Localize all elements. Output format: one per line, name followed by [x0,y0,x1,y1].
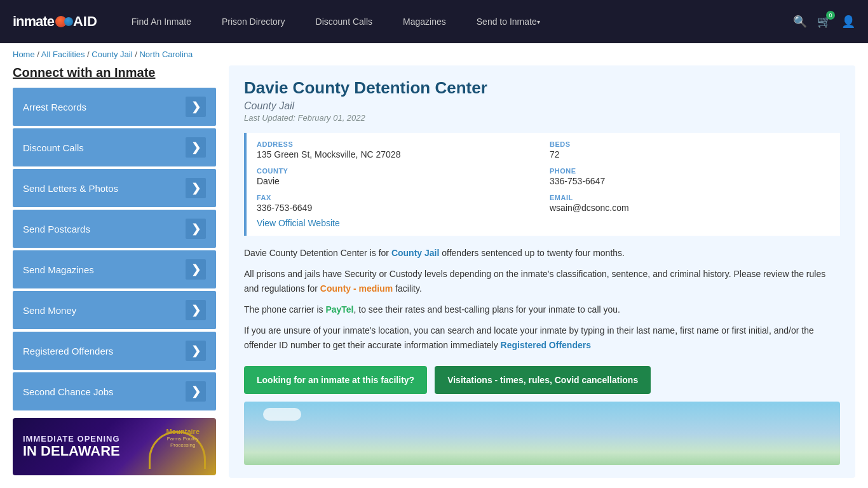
county-value: Davie [257,176,537,186]
sidebar-item-send-letters[interactable]: Send Letters & Photos ❯ [13,169,216,207]
cart-icon[interactable]: 🛒 0 [817,15,831,29]
desc1-rest: offenders sentenced up to twenty four mo… [439,248,625,258]
sidebar-item-discount-calls[interactable]: Discount Calls ❯ [13,128,216,166]
arrow-icon-send-magazines: ❯ [186,259,206,280]
nav-links: Find An Inmate Prison Directory Discount… [116,0,793,43]
map-image [244,402,840,465]
arrow-icon-send-postcards: ❯ [186,219,206,239]
arrow-icon-arrest-records: ❯ [186,97,206,117]
email-block: EMAIL wsain@dcsonc.com [550,194,830,213]
nav-discount-calls[interactable]: Discount Calls [301,0,388,43]
nav-find-inmate[interactable]: Find An Inmate [116,0,207,43]
logo[interactable]: inmate AID [13,13,97,30]
sidebar-item-send-magazines[interactable]: Send Magazines ❯ [13,250,216,288]
fax-value: 336-753-6649 [257,203,537,213]
desc-para4: If you are unsure of your inmate's locat… [244,323,840,353]
nav-magazines[interactable]: Magazines [388,0,461,43]
address-block: ADDRESS 135 Green St, Mocksville, NC 270… [257,140,537,159]
arrow-icon-send-money: ❯ [186,300,206,320]
description-block: Davie County Detention Center is for Cou… [244,246,840,353]
county-block: COUNTY Davie [257,167,537,186]
nav-icons: 🔍 🛒 0 👤 [793,15,855,29]
sidebar-item-send-money[interactable]: Send Money ❯ [13,291,216,329]
sidebar-label-second-chance-jobs: Second Chance Jobs [23,386,114,397]
desc3-rest: , to see their rates and best-calling pl… [354,304,620,315]
cta-find-inmate-btn[interactable]: Looking for an inmate at this facility? [244,366,427,394]
breadcrumb: Home / All Facilities / County Jail / No… [0,43,868,65]
desc3-pre: The phone carrier is [244,304,325,315]
sidebar-label-send-money: Send Money [23,305,76,316]
search-icon[interactable]: 🔍 [793,15,807,29]
ad-banner[interactable]: IMMEDIATE OPENING IN DELAWARE Mountaire … [13,418,216,475]
facility-content: Davie County Detention Center County Jai… [229,65,855,478]
beds-value: 72 [550,149,830,159]
breadcrumb-all-facilities[interactable]: All Facilities [41,50,85,59]
sidebar-title: Connect with an Inmate [13,65,216,80]
email-label: EMAIL [550,194,830,201]
cta-visitations-btn[interactable]: Visitations - times, rules, Covid cancel… [435,366,651,394]
desc-para3: The phone carrier is PayTel, to see thei… [244,302,840,317]
desc1-pre: Davie County Detention Center is for [244,248,391,258]
user-icon[interactable]: 👤 [841,15,855,29]
desc2-rest: facility. [393,283,422,294]
desc3-link[interactable]: PayTel [325,304,353,315]
arrow-icon-second-chance-jobs: ❯ [186,381,206,402]
address-value: 135 Green St, Mocksville, NC 27028 [257,149,537,159]
sidebar-item-send-postcards[interactable]: Send Postcards ❯ [13,210,216,248]
main-nav: inmate AID Find An Inmate Prison Directo… [0,0,868,43]
ad-logo-text: Mountaire Farms Poultry Processing [166,428,200,448]
sidebar-item-registered-offenders[interactable]: Registered Offenders ❯ [13,332,216,370]
breadcrumb-county-jail[interactable]: County Jail [92,50,132,59]
fax-block: FAX 336-753-6649 [257,194,537,213]
sidebar-item-second-chance-jobs[interactable]: Second Chance Jobs ❯ [13,372,216,410]
beds-block: BEDS 72 [550,140,830,159]
cloud-decoration [263,408,301,421]
county-label: COUNTY [257,167,537,175]
sidebar-label-send-postcards: Send Postcards [23,224,90,234]
main-layout: Connect with an Inmate Arrest Records ❯ … [0,65,868,478]
fax-label: FAX [257,194,537,201]
facility-updated: Last Updated: February 01, 2022 [244,113,840,123]
sidebar-label-discount-calls: Discount Calls [23,142,84,153]
facility-type: County Jail [244,100,840,112]
sidebar: Connect with an Inmate Arrest Records ❯ … [13,65,216,478]
ad-line2: IN DELAWARE [23,444,120,459]
phone-value: 336-753-6647 [550,176,830,186]
info-section: ADDRESS 135 Green St, Mocksville, NC 270… [244,133,840,236]
phone-label: PHONE [550,167,830,175]
nav-send-to-inmate[interactable]: Send to Inmate [461,0,555,43]
desc2-link[interactable]: County - medium [320,283,393,294]
beds-label: BEDS [550,140,830,148]
phone-block: PHONE 336-753-6647 [550,167,830,186]
sidebar-label-send-magazines: Send Magazines [23,264,94,275]
ad-text: IMMEDIATE OPENING IN DELAWARE [23,434,120,459]
desc4-link[interactable]: Registered Offenders [501,340,591,350]
desc1-link[interactable]: County Jail [391,248,439,258]
ad-line1: IMMEDIATE OPENING [23,434,120,444]
sidebar-label-registered-offenders: Registered Offenders [23,346,113,356]
info-grid: ADDRESS 135 Green St, Mocksville, NC 270… [257,140,830,213]
sidebar-label-send-letters: Send Letters & Photos [23,183,118,194]
arrow-icon-registered-offenders: ❯ [186,341,206,361]
logo-text: inmate [13,13,54,30]
desc-para1: Davie County Detention Center is for Cou… [244,246,840,261]
sidebar-item-arrest-records[interactable]: Arrest Records ❯ [13,88,216,126]
official-website-link[interactable]: View Official Website [257,218,340,228]
facility-title: Davie County Detention Center [244,78,840,98]
sidebar-label-arrest-records: Arrest Records [23,102,86,112]
ad-logo-area: Mountaire Farms Poultry Processing [142,424,206,469]
address-label: ADDRESS [257,140,537,148]
nav-prison-directory[interactable]: Prison Directory [207,0,301,43]
cta-buttons: Looking for an inmate at this facility? … [244,366,840,394]
logo-aid: AID [73,13,97,30]
desc-para2: All prisons and jails have Security or C… [244,267,840,296]
email-value: wsain@dcsonc.com [550,203,830,213]
logo-icon-blue [64,17,73,26]
cart-badge: 0 [826,11,835,20]
arrow-icon-send-letters: ❯ [186,178,206,198]
breadcrumb-state[interactable]: North Carolina [139,50,193,59]
arrow-icon-discount-calls: ❯ [186,137,206,158]
breadcrumb-home[interactable]: Home [13,50,35,59]
